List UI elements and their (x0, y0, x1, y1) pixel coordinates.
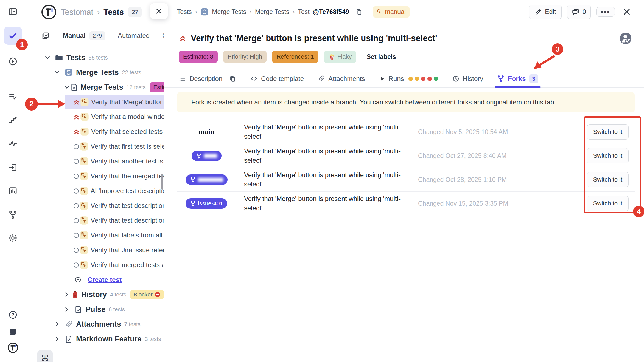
tree-node[interactable]: Markdown Feature3 tests (26, 332, 164, 346)
runs-play-icon[interactable] (8, 57, 18, 66)
switch-to-it-button[interactable]: Switch to it (587, 124, 629, 140)
switch-to-it-button[interactable]: Switch to it (587, 148, 629, 163)
tab-history[interactable]: History (452, 70, 483, 87)
tree-node[interactable]: Verify that Jira issue references are (26, 243, 164, 258)
branch-badge[interactable]: issue-401 (186, 198, 227, 209)
tab-runs[interactable]: Runs (379, 70, 438, 87)
references-label[interactable]: References: 1 (272, 51, 318, 63)
chevron-right-icon[interactable] (54, 321, 63, 328)
switch-to-it-button[interactable]: Switch to it (587, 172, 629, 187)
annotation-step-4: 4 (633, 206, 644, 217)
chevron-right-icon[interactable] (63, 291, 71, 298)
tree-node[interactable]: Merge Tests12 testsEstimate: 8 (26, 80, 164, 95)
code-icon (250, 75, 258, 83)
tree-node[interactable]: History4 testsBlocker (26, 287, 164, 302)
tree-node[interactable]: Verify that first test is selected (26, 139, 164, 154)
set-labels-link[interactable]: Set labels (367, 53, 396, 61)
app-name[interactable]: Testomat (61, 8, 93, 17)
tree-node-label: Verify that test descriptions are (91, 202, 164, 210)
branch-badge[interactable] (192, 151, 222, 161)
tab-outdated[interactable]: Outdated (162, 32, 164, 39)
steps-icon[interactable] (8, 115, 18, 125)
run-dot (408, 77, 413, 81)
chevron-right-icon[interactable] (63, 306, 73, 313)
tree-node[interactable]: Verify that 'Merge' button is present (26, 95, 164, 109)
flaky-label[interactable]: Flaky (324, 51, 356, 63)
estimate-label[interactable]: Estimate: 8 (179, 51, 218, 63)
tree-node[interactable]: Merge Tests22 tests (26, 65, 164, 80)
testomat-logo-icon[interactable] (41, 4, 57, 20)
breadcrumb-group[interactable]: Merge Tests (212, 8, 246, 16)
detail-tabs: Description Code template Attachments Ru… (164, 70, 644, 88)
help-icon[interactable]: ? (8, 310, 18, 319)
branch-badge[interactable] (186, 174, 228, 185)
tree-node[interactable]: Verify that test descriptions are (26, 198, 164, 213)
tree-node[interactable]: Tests55 tests (26, 50, 164, 65)
status-open-icon (73, 188, 80, 194)
manual-test-icon (80, 216, 88, 225)
tests-check-icon[interactable] (8, 31, 18, 41)
tab-automated[interactable]: Automated (118, 32, 150, 39)
tree-node[interactable]: Pulse6 tests (26, 302, 164, 317)
tree-scrollbar[interactable] (161, 174, 163, 190)
chevron-down-icon[interactable] (63, 84, 70, 91)
test-id: @Te768f549 (313, 8, 349, 16)
tab-manual[interactable]: Manual (63, 32, 86, 39)
bulk-select-icon[interactable] (41, 32, 50, 40)
comments-button[interactable]: 0 (567, 5, 591, 19)
fork-changed-date: Changed Nov 15, 2025 3:35 PM (418, 200, 508, 207)
settings-gear-icon[interactable] (8, 233, 18, 243)
priority-label[interactable]: Priority: High (223, 51, 267, 63)
annotation-step-1: 1 (16, 39, 28, 50)
shortcut-key-button[interactable]: ⌘ (37, 350, 53, 362)
tree-node[interactable]: Verify that merged tests are removed (26, 258, 164, 272)
manual-test-icon (80, 201, 88, 210)
tree-node[interactable]: Verify that selected tests are merged (26, 124, 164, 139)
manual-test-icon (80, 261, 88, 269)
copy-test-id-icon[interactable] (355, 8, 363, 16)
chevron-down-icon[interactable] (44, 54, 54, 61)
close-detail-icon[interactable] (622, 7, 631, 16)
fork-icon (497, 75, 505, 83)
edit-button[interactable]: Edit (529, 5, 562, 19)
panel-toggle-icon[interactable] (8, 7, 18, 16)
pulse-icon[interactable] (8, 139, 18, 148)
tree-node[interactable]: Verify that another test is added (26, 154, 164, 169)
left-icon-rail: ? (0, 0, 26, 362)
import-icon[interactable] (8, 163, 18, 172)
tree-node[interactable]: Verify that labels from all tests are (26, 228, 164, 243)
tab-attachments[interactable]: Attachments (318, 70, 365, 87)
breadcrumb-subgroup[interactable]: Merge Tests (255, 8, 289, 16)
blocker-badge: Blocker (130, 290, 164, 299)
test-plans-icon[interactable] (8, 92, 18, 101)
run-dot (415, 77, 419, 81)
tree-node[interactable]: Verify that a modal window appears (26, 109, 164, 124)
tree-node[interactable]: Verify that test descriptions can be (26, 213, 164, 228)
chevron-down-icon[interactable] (54, 69, 63, 76)
tree-node-label: Attachments (76, 320, 121, 329)
create-test-link[interactable]: Create test (88, 276, 122, 284)
analytics-icon[interactable] (8, 186, 18, 196)
switch-to-it-button[interactable]: Switch to it (587, 196, 629, 211)
panel-title: Tests (103, 8, 124, 17)
tree-node[interactable]: AI 'Improve test description' works (26, 183, 164, 198)
tab-forks[interactable]: Forks 3 (497, 70, 538, 87)
branches-icon[interactable] (8, 210, 18, 219)
more-options-button[interactable]: ••• (596, 7, 615, 17)
chevron-right-icon[interactable] (54, 335, 63, 343)
close-tree-panel-button[interactable] (150, 3, 168, 19)
tree-node[interactable]: Attachments7 tests (26, 317, 164, 332)
tab-description[interactable]: Description (179, 70, 222, 87)
tree-node-count: 3 tests (145, 336, 161, 342)
document-icon (70, 83, 78, 91)
copy-description-icon[interactable] (229, 70, 236, 87)
breadcrumb-separator: › (293, 8, 295, 16)
assignee-avatar[interactable] (619, 32, 632, 45)
tab-code-template[interactable]: Code template (250, 70, 304, 87)
tree-node[interactable]: Verify that the merged test contains (26, 169, 164, 183)
paperclip-icon (63, 320, 74, 328)
breadcrumb-tests[interactable]: Tests (177, 8, 192, 16)
create-test-link-row[interactable]: Create test (26, 272, 164, 287)
testomat-logo-icon[interactable] (7, 342, 18, 353)
projects-folder-icon[interactable] (8, 327, 18, 336)
